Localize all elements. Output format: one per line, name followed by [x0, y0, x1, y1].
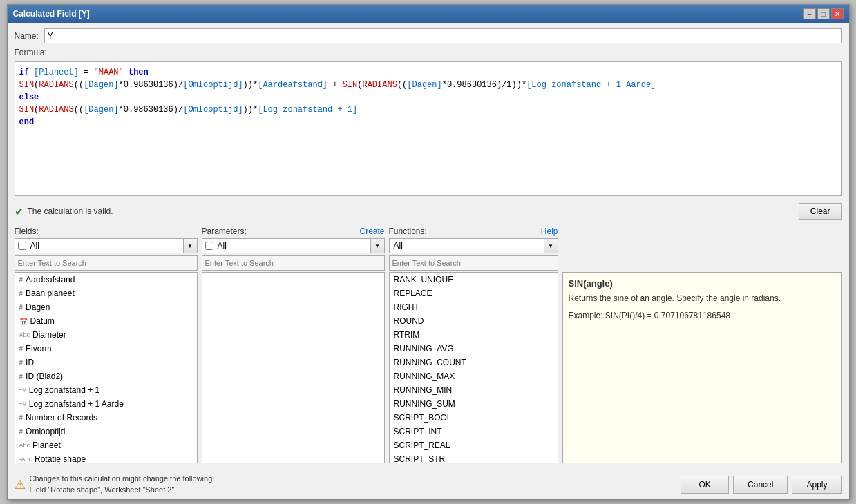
list-item[interactable]: SCRIPT_REAL: [390, 438, 558, 452]
window-title: Calculated Field [Y]: [13, 9, 90, 19]
hash-icon: #: [19, 359, 23, 367]
list-item[interactable]: #Baan planeet: [15, 287, 197, 300]
list-item[interactable]: =# Log zonafstand + 1: [15, 383, 197, 397]
params-panel-header: Parameters: Create: [202, 226, 385, 236]
maximize-button[interactable]: □: [817, 8, 830, 19]
formula-label: Formula:: [15, 48, 842, 57]
list-item[interactable]: RUNNING_COUNT: [390, 356, 558, 369]
fields-dropdown[interactable]: All ▼: [15, 238, 198, 253]
functions-panel: Functions: Help All ▼ RANK_UNIQUE REPLAC…: [389, 226, 558, 463]
list-item[interactable]: RIGHT: [390, 300, 558, 314]
warning-line-2: Field "Rotatie shape", Worksheet "Sheet …: [30, 485, 215, 495]
abc-icon: Abc: [19, 331, 30, 338]
list-item[interactable]: SCRIPT_INT: [390, 425, 558, 438]
list-item[interactable]: #Number of Records: [15, 411, 197, 425]
params-list: [202, 272, 385, 463]
name-input[interactable]: [44, 28, 842, 43]
help-function-title: SIN(angle): [569, 278, 836, 289]
list-item[interactable]: 📅Datum: [15, 314, 197, 328]
validation-text: The calculation is valid.: [28, 206, 113, 216]
help-link[interactable]: Help: [541, 226, 558, 236]
hash-icon: #: [19, 304, 23, 311]
hash-icon: #: [19, 414, 23, 422]
action-buttons: OK Cancel Apply: [681, 476, 841, 494]
fields-dropdown-checkbox[interactable]: [18, 242, 26, 250]
list-item[interactable]: #ID: [15, 356, 197, 369]
minimize-button[interactable]: –: [803, 8, 816, 19]
hash-icon: #: [19, 428, 23, 436]
params-dropdown-checkbox[interactable]: [205, 242, 213, 250]
date-icon: 📅: [19, 318, 28, 325]
name-row: Name:: [15, 28, 842, 43]
list-item[interactable]: RANK_UNIQUE: [390, 273, 558, 287]
fields-dropdown-arrow[interactable]: ▼: [183, 239, 197, 253]
params-dropdown-text: All: [216, 241, 370, 251]
list-item[interactable]: -Abc Rotatie shape: [15, 452, 197, 463]
warning-line-1: Changes to this calculation might change…: [30, 474, 215, 484]
list-item[interactable]: #Aardeafstand: [15, 273, 197, 287]
fields-panel-header: Fields:: [15, 226, 198, 236]
fields-dropdown-text: All: [29, 241, 183, 251]
functions-dropdown-arrow[interactable]: ▼: [544, 239, 558, 253]
params-search-input[interactable]: [202, 255, 385, 271]
params-dropdown[interactable]: All ▼: [202, 238, 385, 253]
title-bar: Calculated Field [Y] – □ ✕: [8, 5, 849, 23]
list-item[interactable]: RUNNING_MAX: [390, 369, 558, 383]
name-label: Name:: [15, 31, 39, 41]
warning-text: Changes to this calculation might change…: [30, 474, 215, 495]
list-item[interactable]: SCRIPT_BOOL: [390, 411, 558, 425]
validation-row: ✔ The calculation is valid. Clear: [15, 200, 842, 222]
list-item[interactable]: RTRIM: [390, 328, 558, 342]
fields-list: #Aardeafstand #Baan planeet #Dagen 📅Datu…: [15, 272, 198, 463]
hash-icon: #: [19, 373, 23, 380]
list-item[interactable]: Abc Diameter: [15, 328, 197, 342]
functions-dropdown[interactable]: All ▼: [389, 238, 558, 253]
bottom-bar: ⚠ Changes to this calculation might chan…: [8, 469, 849, 499]
help-panel-header: [562, 226, 842, 236]
main-window: Calculated Field [Y] – □ ✕ Name: Formula…: [7, 4, 850, 500]
ok-button[interactable]: OK: [681, 476, 729, 494]
help-panel-title: [562, 226, 564, 236]
formula-line-3: else: [19, 91, 837, 104]
list-item[interactable]: RUNNING_SUM: [390, 397, 558, 411]
hash-icon: #: [19, 276, 23, 284]
validation-message: ✔ The calculation is valid.: [15, 205, 113, 218]
help-panel: SIN(angle) Returns the sine of an angle.…: [562, 226, 842, 463]
help-content: SIN(angle) Returns the sine of an angle.…: [562, 272, 842, 463]
close-button[interactable]: ✕: [831, 8, 844, 19]
fields-panel-title: Fields:: [15, 226, 39, 236]
abc-icon: Abc: [19, 442, 30, 449]
apply-button[interactable]: Apply: [792, 476, 841, 494]
cancel-button[interactable]: Cancel: [733, 476, 788, 494]
list-item[interactable]: #Dagen: [15, 300, 197, 314]
warning-area: ⚠ Changes to this calculation might chan…: [15, 474, 215, 495]
list-item[interactable]: #Omlooptijd: [15, 425, 197, 438]
functions-search-input[interactable]: [389, 255, 558, 271]
formula-line-1: if [Planeet] = "MAAN" then: [19, 66, 837, 79]
params-panel-title: Parameters:: [202, 226, 247, 236]
list-item[interactable]: Abc Planeet: [15, 438, 197, 452]
list-item[interactable]: RUNNING_AVG: [390, 342, 558, 356]
list-item[interactable]: =# Log zonafstand + 1 Aarde: [15, 397, 197, 411]
params-dropdown-arrow[interactable]: ▼: [370, 239, 384, 253]
create-link[interactable]: Create: [359, 226, 384, 236]
fields-search-input[interactable]: [15, 255, 198, 271]
formula-content: if [Planeet] = "MAAN" then SIN(RADIANS((…: [19, 66, 837, 128]
formula-line-4: SIN(RADIANS(([Dagen]*0.98630136)/[Omloop…: [19, 104, 837, 116]
window-controls: – □ ✕: [803, 8, 844, 19]
list-item[interactable]: ROUND: [390, 314, 558, 328]
formula-editor[interactable]: if [Planeet] = "MAAN" then SIN(RADIANS((…: [15, 61, 842, 196]
calc-hash-icon: =#: [19, 387, 26, 394]
clear-button[interactable]: Clear: [799, 203, 842, 220]
warning-icon: ⚠: [15, 477, 26, 492]
fields-panel: Fields: All ▼ #Aardeafstand #Baan planee…: [15, 226, 198, 463]
list-item[interactable]: RUNNING_MIN: [390, 383, 558, 397]
functions-list: RANK_UNIQUE REPLACE RIGHT ROUND RTRIM RU…: [389, 272, 558, 463]
check-icon: ✔: [15, 205, 23, 218]
panels-row: Fields: All ▼ #Aardeafstand #Baan planee…: [15, 226, 842, 463]
list-item[interactable]: SCRIPT_STR: [390, 452, 558, 463]
list-item[interactable]: #Eivorm: [15, 342, 197, 356]
list-item[interactable]: #ID (Blad2): [15, 369, 197, 383]
list-item[interactable]: REPLACE: [390, 287, 558, 300]
functions-dropdown-text: All: [390, 241, 544, 251]
